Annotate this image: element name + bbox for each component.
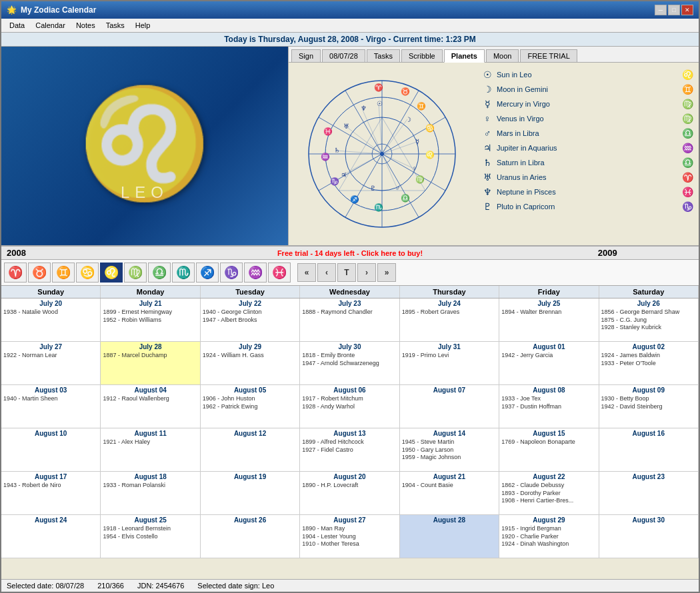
cal-cell[interactable]: July 251894 - Walter Brennan bbox=[499, 298, 599, 342]
cal-cell[interactable]: August 031940 - Martin Sheen bbox=[1, 385, 101, 428]
cal-cell[interactable]: July 291924 - William H. Gass bbox=[201, 342, 300, 385]
cal-cell[interactable]: August 23 bbox=[599, 472, 699, 515]
cal-cell[interactable]: August 12 bbox=[201, 428, 300, 472]
zodiac-sign-10[interactable]: ♒ bbox=[244, 263, 267, 283]
minimize-button[interactable]: ─ bbox=[655, 5, 667, 15]
planet-text: Sun in Leo bbox=[497, 71, 678, 79]
trial-text[interactable]: Free trial - 14 days left - Click here t… bbox=[179, 249, 522, 257]
cal-cell[interactable]: August 28 bbox=[400, 515, 499, 558]
cal-cell[interactable]: July 221940 - George Clinton1947 - Alber… bbox=[201, 298, 300, 342]
right-panel: Sign 08/07/28 Tasks Scribble Planets Moo… bbox=[288, 47, 699, 245]
cal-cell[interactable]: July 271922 - Norman Lear bbox=[1, 342, 101, 385]
planet-symbol: ☉ bbox=[481, 69, 494, 80]
zodiac-sign-2[interactable]: ♊ bbox=[52, 263, 75, 283]
zodiac-sign-9[interactable]: ♑ bbox=[220, 263, 243, 283]
tab-scribble[interactable]: Scribble bbox=[401, 49, 443, 62]
cal-cell[interactable]: August 141945 - Steve Martin1950 - Gary … bbox=[400, 428, 499, 472]
cal-cell[interactable]: August 26 bbox=[201, 515, 300, 558]
cal-entry-line: 1930 - Betty Boop bbox=[601, 395, 696, 403]
cal-entries: 1906 - John Huston1962 - Patrick Ewing bbox=[203, 395, 297, 410]
zodiac-sign-1[interactable]: ♉ bbox=[28, 263, 51, 283]
nav-controls: «‹T›» bbox=[297, 263, 396, 282]
cal-cell[interactable]: July 281887 - Marcel Duchamp bbox=[101, 342, 200, 385]
cal-header-cell: Thursday bbox=[400, 286, 499, 298]
tab-moon[interactable]: Moon bbox=[486, 49, 519, 62]
close-button[interactable]: ✕ bbox=[681, 5, 693, 15]
cal-cell[interactable]: August 151769 - Napoleon Bonaparte bbox=[499, 428, 599, 472]
cal-cell[interactable]: July 301818 - Emily Bronte1947 - Arnold … bbox=[300, 342, 399, 385]
menu-bar: Data Calendar Notes Tasks Help bbox=[1, 19, 699, 33]
cal-cell[interactable]: July 231888 - Raymond Chandler bbox=[300, 298, 399, 342]
cal-cell[interactable]: August 171943 - Robert de Niro bbox=[1, 472, 101, 515]
cal-cell[interactable]: August 201890 - H.P. Lovecraft bbox=[300, 472, 399, 515]
cal-cell[interactable]: August 021924 - James Baldwin1933 - Pete… bbox=[599, 342, 699, 385]
nav-btn-4[interactable]: » bbox=[377, 263, 396, 282]
nav-btn-0[interactable]: « bbox=[297, 263, 316, 282]
tab-sign[interactable]: Sign bbox=[291, 49, 321, 62]
planet-symbol: ♅ bbox=[481, 172, 494, 183]
cal-cell[interactable]: August 091930 - Betty Boop1942 - David S… bbox=[599, 385, 699, 428]
maximize-button[interactable]: □ bbox=[668, 5, 680, 15]
cal-entries: 1890 - Man Ray1904 - Lester Young1910 - … bbox=[302, 525, 397, 548]
cal-entry-line: 1952 - Robin Williams bbox=[103, 316, 197, 324]
menu-tasks[interactable]: Tasks bbox=[101, 20, 130, 31]
menu-notes[interactable]: Notes bbox=[71, 20, 101, 31]
svg-text:♏: ♏ bbox=[374, 203, 383, 212]
menu-data[interactable]: Data bbox=[4, 20, 30, 31]
cal-entry-line: 1924 - Dinah Washington bbox=[501, 540, 596, 548]
cal-date: August 09 bbox=[601, 386, 696, 394]
cal-cell[interactable]: August 181933 - Roman Polanski bbox=[101, 472, 200, 515]
zodiac-sign-7[interactable]: ♏ bbox=[172, 263, 195, 283]
cal-entry-line: 1904 - Count Basie bbox=[402, 482, 497, 490]
cal-cell[interactable]: August 211904 - Count Basie bbox=[400, 472, 499, 515]
zodiac-sign-5[interactable]: ♍ bbox=[124, 263, 147, 283]
cal-entries: 1769 - Napoleon Bonaparte bbox=[501, 438, 596, 446]
tab-tasks[interactable]: Tasks bbox=[367, 49, 400, 62]
cal-cell[interactable]: July 241895 - Robert Graves bbox=[400, 298, 499, 342]
tab-planets[interactable]: Planets bbox=[444, 49, 485, 63]
tab-date[interactable]: 08/07/28 bbox=[322, 49, 365, 62]
cal-cell[interactable]: August 011942 - Jerry Garcia bbox=[499, 342, 599, 385]
cal-entry-line: 1947 - Arnold Schwarzenegg bbox=[302, 360, 397, 368]
zodiac-sign-6[interactable]: ♎ bbox=[148, 263, 171, 283]
cal-cell[interactable]: August 16 bbox=[599, 428, 699, 472]
cal-cell[interactable]: July 311919 - Primo Levi bbox=[400, 342, 499, 385]
cal-cell[interactable]: August 221862 - Claude Debussy1893 - Dor… bbox=[499, 472, 599, 515]
cal-cell[interactable]: August 19 bbox=[201, 472, 300, 515]
cal-cell[interactable]: August 07 bbox=[400, 385, 499, 428]
menu-help[interactable]: Help bbox=[130, 20, 156, 31]
cal-cell[interactable]: August 291915 - Ingrid Bergman1920 - Cha… bbox=[499, 515, 599, 558]
cal-cell[interactable]: August 10 bbox=[1, 428, 101, 472]
cal-cell[interactable]: August 081933 - Joe Tex1937 - Dustin Hof… bbox=[499, 385, 599, 428]
zodiac-sign-4[interactable]: ♌ bbox=[100, 263, 123, 283]
cal-entry-line: 1887 - Marcel Duchamp bbox=[103, 352, 197, 360]
tab-free-trial[interactable]: FREE TRIAL bbox=[520, 49, 577, 62]
cal-cell[interactable]: August 111921 - Alex Haley bbox=[101, 428, 200, 472]
cal-cell[interactable]: August 30 bbox=[599, 515, 699, 558]
cal-cell[interactable]: August 041912 - Raoul Wallenberg bbox=[101, 385, 200, 428]
nav-btn-3[interactable]: › bbox=[357, 263, 376, 282]
cal-cell[interactable]: August 24 bbox=[1, 515, 101, 558]
zodiac-sign-11[interactable]: ♓ bbox=[268, 263, 291, 283]
svg-line-44 bbox=[362, 109, 382, 154]
cal-cell[interactable]: July 211899 - Ernest Hemingway1952 - Rob… bbox=[101, 298, 200, 342]
zodiac-sign-8[interactable]: ♐ bbox=[196, 263, 219, 283]
cal-cell[interactable]: July 261856 - George Bernard Shaw1875 - … bbox=[599, 298, 699, 342]
zodiac-sign-3[interactable]: ♋ bbox=[76, 263, 99, 283]
svg-text:♀: ♀ bbox=[412, 165, 417, 172]
nav-btn-1[interactable]: ‹ bbox=[317, 263, 336, 282]
svg-text:☿: ☿ bbox=[415, 138, 419, 145]
cal-date: August 22 bbox=[501, 473, 596, 480]
menu-calendar[interactable]: Calendar bbox=[30, 20, 71, 31]
cal-cell[interactable]: August 251918 - Leonard Bernstein1954 - … bbox=[101, 515, 200, 558]
cal-cell[interactable]: August 271890 - Man Ray1904 - Lester You… bbox=[300, 515, 399, 558]
zodiac-sign-0[interactable]: ♈ bbox=[4, 263, 27, 283]
upper-section: ♌ LEO Sign 08/07/28 Tasks Scribble Plane… bbox=[1, 47, 699, 247]
cal-cell[interactable]: July 201938 - Natalie Wood bbox=[1, 298, 101, 342]
cal-cell[interactable]: August 061917 - Robert Mitchum1928 - And… bbox=[300, 385, 399, 428]
nav-btn-2[interactable]: T bbox=[337, 263, 356, 282]
cal-cell[interactable]: August 131899 - Alfred Hitchcock1927 - F… bbox=[300, 428, 399, 472]
cal-entry-line: 1890 - H.P. Lovecraft bbox=[302, 482, 397, 490]
cal-date: July 26 bbox=[601, 300, 696, 307]
cal-cell[interactable]: August 051906 - John Huston1962 - Patric… bbox=[201, 385, 300, 428]
